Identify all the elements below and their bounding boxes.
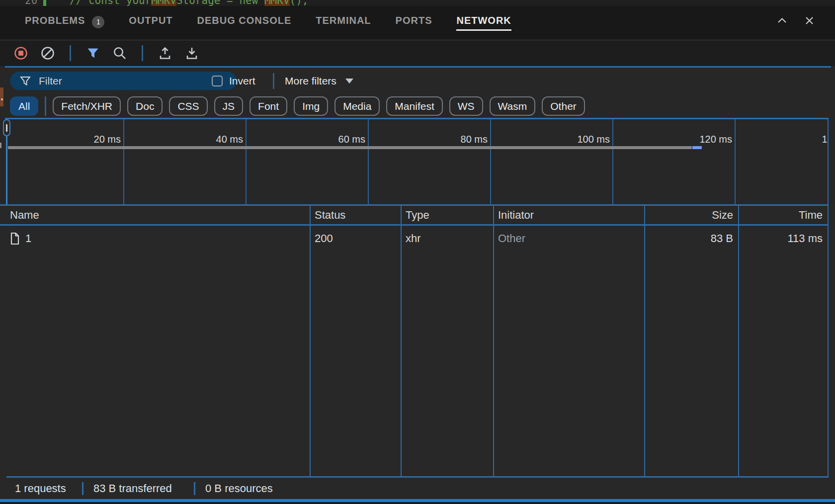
chip-media[interactable]: Media (334, 96, 380, 116)
line-number: 20 (25, 0, 37, 6)
modified-line-gutter-indicator (43, 0, 46, 6)
filter-separator (273, 73, 274, 89)
tab-debug-console[interactable]: DEBUG CONSOLE (197, 15, 292, 31)
column-header-size[interactable]: Size (644, 206, 738, 224)
column-separator[interactable] (310, 206, 311, 478)
status-separator (82, 482, 84, 495)
tab-output[interactable]: OUTPUT (129, 15, 172, 31)
panel-tab-bar: PROBLEMS 1 OUTPUT DEBUG CONSOLE TERMINAL… (0, 6, 835, 40)
overview-ruler-mark (0, 87, 3, 106)
column-header-time[interactable]: Time (738, 206, 828, 224)
panel-right-border (828, 119, 829, 478)
filter-funnel-icon[interactable] (85, 46, 100, 61)
chip-ws[interactable]: WS (449, 96, 483, 116)
export-har-icon[interactable] (184, 46, 199, 61)
transferred-summary: 83 B transferred (93, 482, 172, 496)
column-header-name[interactable]: Name (0, 206, 310, 224)
toolbar-separator (70, 45, 71, 61)
overview-drag-handle[interactable] (3, 119, 10, 136)
invert-filter-toggle[interactable]: Invert (212, 72, 255, 90)
toolbar-separator (142, 45, 143, 61)
chip-separator (45, 96, 46, 116)
resources-summary: 0 B resources (205, 482, 273, 496)
more-filters-dropdown[interactable]: More filters (285, 72, 353, 90)
chip-manifest[interactable]: Manifest (386, 96, 442, 116)
chip-js[interactable]: JS (214, 96, 244, 116)
invert-checkbox[interactable] (212, 76, 223, 86)
scrollbar-fragment (0, 143, 1, 148)
request-status-cell: 200 (310, 226, 401, 252)
vscode-bottom-panel: 20 // const yourMMKVStorage = new MMKV()… (0, 0, 835, 504)
import-har-icon[interactable] (158, 46, 172, 61)
panel-window-actions (775, 14, 816, 27)
column-separator[interactable] (738, 206, 739, 478)
column-separator[interactable] (401, 206, 402, 478)
overview-load-bar (8, 146, 692, 149)
search-match-highlight: MMKV (151, 0, 176, 6)
request-row[interactable]: 1 200 xhr Other 83 B 113 ms (0, 226, 828, 252)
editor-code-line[interactable]: 20 // const yourMMKVStorage = new MMKV()… (0, 0, 835, 6)
tab-network[interactable]: NETWORK (456, 15, 511, 31)
request-initiator-cell: Other (493, 226, 644, 252)
request-name-cell: 1 (0, 226, 310, 252)
chip-wasm[interactable]: Wasm (490, 96, 536, 116)
chip-doc[interactable]: Doc (127, 96, 163, 116)
request-type-cell: xhr (401, 226, 493, 252)
record-network-log-icon[interactable] (13, 46, 28, 61)
network-toolbar (0, 40, 835, 66)
tab-problems[interactable]: PROBLEMS 1 (25, 15, 104, 31)
tab-ports[interactable]: PORTS (396, 15, 432, 31)
chip-fetch-xhr[interactable]: Fetch/XHR (53, 96, 121, 116)
search-icon[interactable] (112, 46, 127, 61)
search-match-highlight: MMKV (264, 0, 290, 6)
filter-input-container (10, 72, 237, 90)
resource-type-filter-chips: All Fetch/XHR Doc CSS JS Font Img Media … (10, 96, 585, 116)
tab-terminal[interactable]: TERMINAL (316, 15, 371, 31)
request-size-cell: 83 B (644, 226, 738, 252)
document-icon (10, 232, 20, 245)
chip-all[interactable]: All (10, 96, 38, 116)
request-count-summary: 1 requests (15, 482, 66, 496)
chevron-down-icon (345, 79, 353, 84)
chip-font[interactable]: Font (250, 96, 287, 116)
network-overview-timeline[interactable]: 20 ms 40 ms 60 ms 80 ms 100 ms 120 ms 14… (0, 118, 829, 204)
tick-label: 140 ms (733, 129, 829, 149)
chip-css[interactable]: CSS (169, 96, 207, 116)
toolbar-divider (5, 66, 831, 68)
filter-funnel-outline-icon (20, 76, 31, 86)
overview-ruler-dot (1, 98, 3, 100)
overview-top-border (5, 118, 829, 119)
chip-img[interactable]: Img (294, 96, 328, 116)
maximize-panel-chevron-icon[interactable] (775, 14, 789, 27)
clear-network-log-icon[interactable] (40, 46, 55, 61)
column-separator[interactable] (493, 206, 494, 478)
filter-input[interactable] (39, 75, 218, 87)
chip-other[interactable]: Other (542, 96, 585, 116)
status-separator (194, 482, 195, 495)
code-comment: // const yourMMKVStorage = new MMKV(); (70, 0, 308, 6)
request-time-cell: 113 ms (738, 226, 828, 252)
column-header-status[interactable]: Status (310, 206, 401, 224)
overview-request-bar (692, 146, 702, 149)
problems-count-badge: 1 (92, 16, 104, 28)
column-header-initiator[interactable]: Initiator (493, 206, 644, 224)
column-header-type[interactable]: Type (401, 206, 493, 224)
network-status-bar: 1 requests 83 B transferred 0 B resource… (0, 478, 835, 499)
drag-grip (6, 124, 7, 132)
panel-bottom-edge (0, 502, 835, 504)
table-header-row: Name Status Type Initiator Size Time (0, 206, 828, 224)
column-separator[interactable] (644, 206, 645, 478)
close-panel-icon[interactable] (803, 14, 816, 27)
